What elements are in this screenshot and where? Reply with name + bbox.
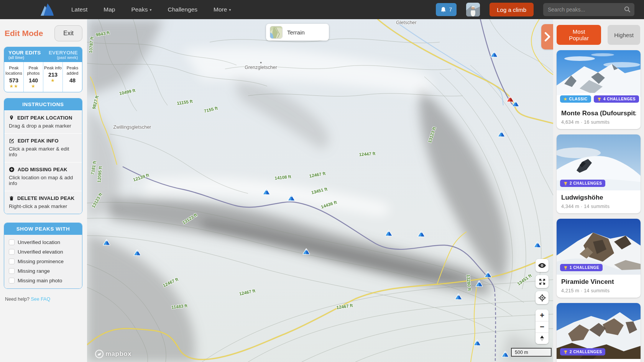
- badge-label: 2 CHALLENGES: [570, 181, 602, 185]
- filters-title: SHOW PEAKS WITH: [4, 223, 82, 235]
- terrain-map[interactable]: 9843 ft10787 ft10499 ft9827 ft11155 ft71…: [87, 19, 553, 362]
- peak-marker[interactable]: [103, 239, 110, 247]
- zoom-out-button[interactable]: −: [536, 321, 549, 333]
- filter-missing-range[interactable]: Missing range: [9, 268, 77, 274]
- edit-pencil-icon: [9, 138, 15, 144]
- peak-marker[interactable]: [455, 293, 462, 301]
- checkbox[interactable]: [9, 249, 15, 255]
- peak-marker[interactable]: [133, 249, 141, 258]
- instruction-heading: ADD MISSING PEAK: [18, 167, 67, 172]
- checkbox[interactable]: [9, 239, 15, 245]
- your-edits-period: (all time): [8, 56, 41, 60]
- trophy-icon: [564, 266, 568, 270]
- badge-label: CLASSIC: [569, 97, 588, 101]
- nav-item-latest[interactable]: Latest: [71, 6, 87, 13]
- peak-marker[interactable]: [417, 231, 425, 239]
- search-input[interactable]: [543, 3, 634, 16]
- filter-missing-prominence[interactable]: Missing prominence: [9, 259, 77, 264]
- stat-peak-photos: Peak photos 140 ★: [23, 62, 43, 92]
- locate-icon: [539, 294, 546, 301]
- avatar[interactable]: [466, 3, 480, 16]
- instruction-edit-info: EDIT PEAK INFO Click a peak marker & edi…: [4, 133, 82, 162]
- peak-marker[interactable]: [501, 351, 509, 359]
- stat-value: 140: [25, 77, 42, 84]
- peak-card-ludwigshohe[interactable]: 2 CHALLENGES Ludwigshöhe 4,344 m · 14 su…: [557, 134, 641, 213]
- filter-label: Unverified location: [18, 239, 60, 245]
- notification-count: 7: [449, 7, 452, 13]
- terrain-thumbnail-icon: [270, 26, 283, 39]
- peakery-logo[interactable]: [38, 2, 56, 17]
- map-pin-icon: [9, 115, 14, 121]
- bell-icon: [440, 7, 446, 13]
- peak-name: Monte Rosa (Dufourspitz…: [561, 110, 636, 117]
- fullscreen-icon: [539, 278, 545, 285]
- your-edits-label: YOUR EDITS: [8, 50, 41, 56]
- instructions-title: INSTRUCTIONS: [4, 98, 82, 110]
- search-icon[interactable]: [624, 6, 631, 14]
- challenges-badge: 2 CHALLENGES: [560, 180, 605, 187]
- star-icons: ★: [25, 84, 42, 89]
- instruction-heading: EDIT PEAK LOCATION: [17, 115, 72, 121]
- collapse-sidebar-button[interactable]: [541, 24, 553, 49]
- checkbox[interactable]: [9, 259, 15, 264]
- top-navbar: Latest Map Peaks▾ Challenges More▾ 7 Log…: [0, 0, 644, 19]
- everyone-toggle[interactable]: EVERYONE (past week): [49, 50, 78, 60]
- stat-value: 213: [44, 72, 62, 78]
- locate-me-button[interactable]: [536, 291, 549, 304]
- trophy-icon: [564, 350, 568, 354]
- checkbox[interactable]: [9, 278, 15, 283]
- filter-label: Missing range: [18, 268, 50, 274]
- checkbox[interactable]: [9, 268, 15, 274]
- map-markers: [87, 19, 553, 362]
- zoom-in-button[interactable]: +: [536, 310, 549, 321]
- trophy-icon: [564, 182, 568, 185]
- peak-marker[interactable]: [473, 339, 481, 347]
- notifications-button[interactable]: 7: [436, 3, 457, 16]
- show-peaks-with-panel: SHOW PEAKS WITH Unverified location Unve…: [4, 223, 82, 289]
- layer-switcher[interactable]: Terrain: [266, 24, 329, 41]
- peak-marker[interactable]: [490, 51, 498, 59]
- nav-item-more[interactable]: More▾: [214, 6, 231, 13]
- tab-highest[interactable]: Highest: [608, 25, 640, 45]
- filter-unverified-location[interactable]: Unverified location: [9, 239, 77, 245]
- peak-marker[interactable]: [288, 195, 295, 203]
- nav-item-challenges[interactable]: Challenges: [168, 6, 198, 13]
- instruction-description: Click a peak marker & edit info: [9, 146, 77, 157]
- log-a-climb-button[interactable]: Log a climb: [490, 3, 534, 16]
- peak-marker[interactable]: [498, 130, 505, 139]
- peak-marker[interactable]: [484, 271, 492, 279]
- peak-card-monte-rosa[interactable]: ★CLASSIC 4 CHALLENGES Monte Rosa (Dufour…: [557, 50, 641, 129]
- nav-label: More: [214, 6, 227, 13]
- mapbox-logo[interactable]: mapbox: [95, 350, 131, 358]
- chevron-down-icon: ▾: [229, 8, 231, 12]
- fullscreen-button[interactable]: [536, 275, 549, 288]
- peak-name: Piramide Vincent: [561, 278, 636, 286]
- chevron-down-icon: ▾: [150, 8, 151, 12]
- peak-marker[interactable]: [512, 100, 519, 109]
- mapbox-icon: [95, 350, 104, 358]
- nav-item-peaks[interactable]: Peaks▾: [131, 6, 151, 13]
- filter-unverified-elevation[interactable]: Unverified elevation: [9, 249, 77, 255]
- peak-photo: ★CLASSIC 4 CHALLENGES: [557, 50, 641, 106]
- instruction-description: Click location on map & add info: [9, 175, 77, 186]
- tab-most-popular[interactable]: Most Popular: [557, 25, 601, 45]
- peak-marker[interactable]: [302, 248, 310, 256]
- toggle-visibility-button[interactable]: [536, 259, 549, 272]
- faq-link[interactable]: See FAQ: [31, 296, 50, 302]
- peak-card-parrotspitze[interactable]: 2 CHALLENGES Parrotspitze 4,432 m · 11 s…: [557, 303, 641, 362]
- triangle-up-icon: [540, 336, 544, 338]
- nav-item-map[interactable]: Map: [104, 6, 115, 13]
- peak-marker[interactable]: [475, 280, 483, 288]
- filter-missing-main-photo[interactable]: Missing main photo: [9, 278, 77, 283]
- peak-marker[interactable]: [263, 188, 270, 197]
- peak-card-piramide-vincent[interactable]: 1 CHALLENGE Piramide Vincent 4,215 m · 1…: [557, 219, 641, 298]
- instruction-add-peak: ADD MISSING PEAK Click location on map &…: [4, 162, 82, 191]
- exit-edit-mode-button[interactable]: Exit: [54, 25, 82, 41]
- challenges-badge: 4 CHALLENGES: [594, 95, 639, 103]
- peak-marker[interactable]: [534, 241, 541, 249]
- peak-marker[interactable]: [385, 230, 393, 238]
- stat-value: 573: [5, 77, 23, 84]
- tilt-control[interactable]: [536, 333, 549, 344]
- layer-label: Terrain: [287, 29, 305, 36]
- stat-peak-info: Peak info 213 ★: [43, 62, 62, 92]
